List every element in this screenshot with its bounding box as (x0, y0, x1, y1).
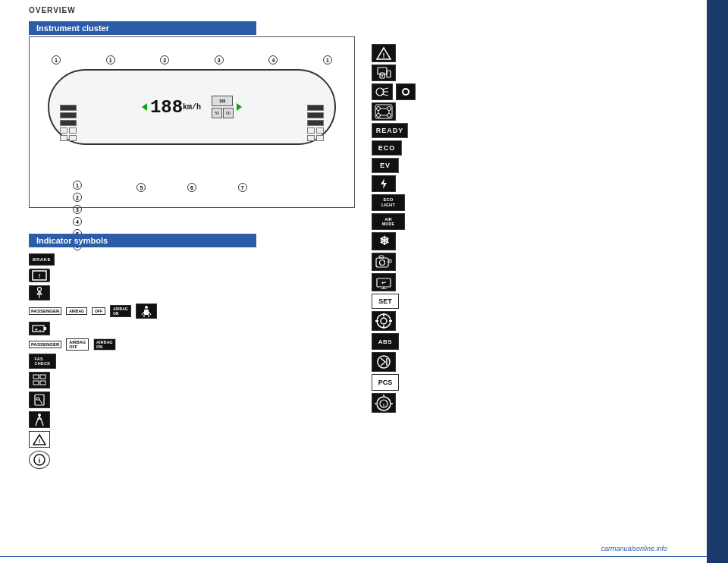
airbag-off: OFF (92, 307, 105, 315)
svg-rect-67 (383, 326, 384, 329)
traction-icon (375, 354, 393, 370)
system-check-symbol (29, 372, 50, 388)
num-item-2: 2 (73, 193, 82, 202)
svg-line-26 (36, 421, 37, 426)
mini-box-2a: 50 (212, 108, 222, 118)
indicator-symbols-section: Indicator symbols BRAKE ! (29, 234, 362, 469)
snow-row: ❄ (372, 232, 416, 250)
left-arrow-indicator (142, 103, 147, 111)
svg-text:+  -: + - (35, 327, 42, 332)
eco-row: ECO (372, 140, 416, 156)
ind-block-4a (60, 127, 67, 134)
instrument-cluster-section: Instrument cluster 1 1 2 3 4 1 (29, 21, 362, 208)
symbols-grid: BRAKE ! (29, 253, 362, 469)
eco-symbol: ECO (372, 140, 402, 156)
mini-boxes-row: 50 00 (212, 108, 234, 118)
page-title: OVERVIEW (29, 6, 76, 14)
right-ind-5a (307, 135, 315, 141)
bottom-label-7: 7 (238, 183, 247, 192)
abs-symbol: ABS (372, 333, 399, 350)
ind-block-4b (69, 127, 77, 134)
svg-line-10 (149, 312, 151, 315)
svg-rect-18 (40, 375, 46, 379)
svg-rect-66 (383, 313, 384, 316)
ind-block-2 (60, 112, 77, 118)
door-icon (33, 394, 46, 406)
passenger-airbag-row1: PASSENGER AIRBAG OFF AIRBAGON (29, 304, 362, 319)
label-1: 1 (52, 55, 61, 64)
passenger-label-2: PASSENGER (29, 341, 61, 348)
label-2: 1 (106, 55, 115, 64)
brake-symbol: BRAKE (29, 253, 55, 266)
system-check-row (29, 372, 362, 388)
info-circle-icon: i (33, 454, 46, 466)
camera-row (372, 253, 416, 271)
num-item-3: 3 (73, 205, 82, 214)
svg-rect-14 (44, 327, 46, 330)
svg-text:❄: ❄ (379, 234, 389, 247)
svg-point-65 (381, 318, 387, 324)
air-mode-text: AIRMODE (382, 217, 395, 226)
abs-row-right: ABS (372, 333, 416, 350)
info-circle-row: i (29, 451, 362, 469)
svg-point-47 (388, 107, 391, 111)
right-ind-5b (316, 135, 324, 141)
awd-symbol (372, 102, 396, 121)
ind-block-5b (69, 135, 77, 141)
pedestrian-row (29, 411, 362, 428)
rear-view-row: ↩ (372, 273, 416, 291)
warning-triangle-row: ! (29, 431, 362, 448)
ind-block-3 (60, 120, 77, 126)
rear-view-icon: ↩ (375, 275, 392, 289)
mini-box-2b: 00 (223, 108, 234, 118)
highbeam-icon (400, 86, 412, 97)
num-item-1: 1 (73, 181, 82, 190)
ev-row: EV (372, 158, 416, 173)
right-ind-2 (307, 112, 324, 118)
ev-symbol: EV (372, 158, 399, 173)
eco-text: ECO (378, 144, 396, 152)
cluster-oval: 188km/h 100 50 00 (48, 69, 336, 145)
passenger-icon (136, 304, 157, 319)
label-4: 3 (215, 55, 224, 64)
camera-symbol (372, 253, 396, 271)
svg-text:↩: ↩ (381, 280, 386, 285)
label-3: 2 (160, 55, 169, 64)
cluster-box: 1 1 2 3 4 1 (29, 36, 355, 208)
footer-line (0, 556, 707, 557)
svg-rect-35 (378, 68, 387, 74)
battery-icon: + - (32, 324, 47, 333)
passenger-symbol-icon (141, 305, 152, 317)
svg-rect-69 (389, 320, 392, 322)
awd-row (372, 102, 416, 121)
headlight-icon (375, 86, 389, 97)
service-symbol (372, 311, 396, 331)
svg-point-38 (381, 75, 383, 77)
svg-point-57 (380, 260, 385, 266)
svg-text:!: ! (39, 438, 41, 445)
traction-row (372, 352, 416, 372)
charge-symbol (372, 175, 396, 192)
lights-row (372, 83, 416, 100)
footer-logo: carmanualsonline.info (601, 545, 667, 552)
warning-triangle-symbol: ! (29, 431, 50, 448)
svg-text:!: ! (383, 52, 385, 59)
airbag2-on: AIRBAGON (93, 338, 116, 351)
cluster-bottom-labels: 5 6 7 (116, 183, 268, 192)
eco-light-symbol: ECOLIGHT (372, 194, 405, 211)
warning-triangle-icon: ! (33, 433, 46, 445)
right-ind-row (307, 127, 324, 134)
svg-line-9 (142, 312, 144, 315)
bottom-label-6: 6 (187, 183, 196, 192)
battery-symbol: + - (29, 322, 50, 335)
right-ind-1 (307, 105, 324, 111)
seatbelt-symbol (29, 285, 50, 300)
right-symbols-section: ! (372, 44, 416, 413)
pedestrian-symbol (29, 411, 50, 428)
indicator-symbols-header: Indicator symbols (29, 234, 256, 247)
svg-point-7 (145, 306, 148, 309)
master-warning-icon: ! (375, 46, 392, 60)
svg-point-49 (388, 114, 391, 118)
svg-point-46 (377, 107, 381, 111)
lock-symbol (372, 64, 396, 81)
